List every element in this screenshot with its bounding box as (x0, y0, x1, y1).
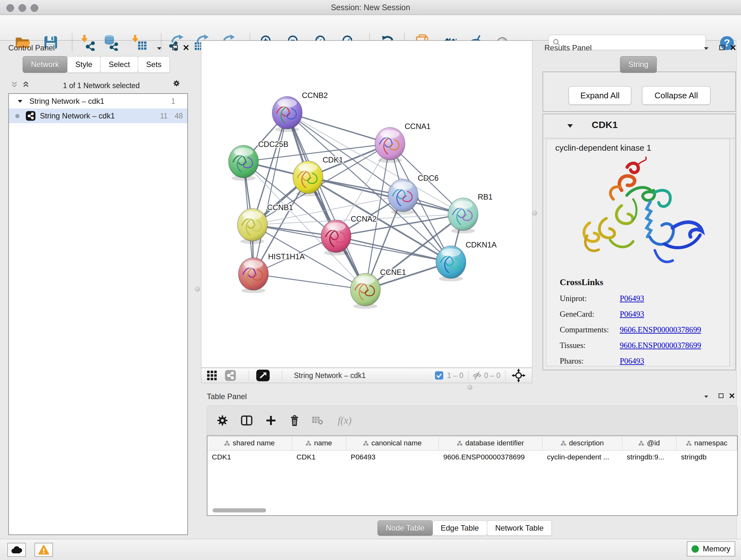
results-panel-float-icon[interactable] (718, 44, 725, 51)
column-header-shared-name[interactable]: shared name (207, 436, 292, 450)
control-panel-close-icon[interactable] (183, 44, 190, 51)
tab-select[interactable]: Select (100, 56, 138, 73)
table-cell[interactable]: P06493 (346, 450, 439, 464)
network-view-statusbar: String Network – cdk1 1 – 0 0 – 0 (201, 368, 532, 383)
table-horizontal-scrollbar[interactable] (212, 508, 266, 512)
column-header-name[interactable]: name (292, 436, 346, 450)
table-cell[interactable]: stringdb (677, 450, 737, 464)
share-view-icon[interactable] (225, 368, 236, 383)
function-builder-icon[interactable]: f(x) (333, 414, 356, 427)
network-node-CCNB1[interactable] (238, 208, 267, 244)
crosslink-link[interactable]: 9606.ENSP00000378699 (620, 341, 701, 350)
table-cell[interactable]: 9606.ENSP00000378699 (439, 450, 542, 464)
node-table[interactable]: shared namenamecanonical namedatabase id… (207, 435, 738, 516)
network-edge-CCNB2-CCNE1[interactable] (287, 113, 365, 290)
crosslink-link[interactable]: P06493 (620, 310, 644, 319)
tab-sets[interactable]: Sets (138, 56, 170, 73)
expand-all-button[interactable]: Expand All (569, 86, 631, 105)
network-row-selected[interactable]: String Network – cdk1 11 48 (9, 109, 187, 123)
table-cell[interactable]: stringdb:9... (622, 450, 677, 464)
network-edge-CCNA2-CDKN1A[interactable] (336, 236, 451, 262)
network-node-label: CCNA1 (405, 122, 430, 131)
network-node-HIST1H1A[interactable] (239, 258, 268, 293)
column-header-description[interactable]: description (542, 436, 622, 450)
results-scrollbar[interactable] (730, 139, 734, 366)
network-edge-HIST1H1A-CCNE1[interactable] (253, 274, 365, 290)
tab-node-table[interactable]: Node Table (378, 520, 433, 536)
expand-all-icon[interactable] (22, 81, 29, 88)
import-network-database-icon[interactable] (102, 34, 120, 51)
network-node-CDKN1A[interactable] (436, 246, 466, 281)
table-cell[interactable]: CDK1 (207, 450, 292, 464)
tab-network-table[interactable]: Network Table (487, 520, 552, 536)
pan-crosshair-icon[interactable] (512, 368, 526, 383)
node-table-header: shared namenamecanonical namedatabase id… (207, 436, 737, 450)
right-splitter-handle[interactable] (532, 211, 537, 215)
crosslinks-block: CrossLinks Uniprot:P06493GeneCard:P06493… (560, 277, 701, 366)
column-header-database-identifier[interactable]: database identifier (439, 436, 542, 450)
network-edge-CCNB2-CCNA1[interactable] (287, 113, 390, 144)
crosslink-label: Pharos: (560, 357, 620, 366)
results-panel-menu-icon[interactable] (703, 45, 710, 52)
memory-status-dot (691, 545, 699, 553)
table-cell[interactable]: CDK1 (292, 450, 346, 464)
network-collection-row[interactable]: String Network – cdk1 1 (9, 94, 187, 109)
crosslink-link[interactable]: P06493 (620, 357, 644, 366)
collapse-all-button[interactable]: Collapse All (642, 86, 711, 105)
left-splitter-handle[interactable] (195, 287, 200, 292)
memory-button[interactable]: Memory (687, 541, 735, 557)
network-graph[interactable]: CCNB2CCNA1CDC25BCDK1CDC6RB1CCNB1CCNA2CDK… (201, 41, 532, 368)
tree-expander-icon[interactable] (18, 100, 22, 103)
crosslink-link[interactable]: P06493 (620, 294, 644, 303)
network-node-CCNE1[interactable] (350, 273, 381, 309)
network-options-gear-icon[interactable] (173, 80, 180, 87)
crosslink-link[interactable]: 9606.ENSP00000378699 (620, 325, 701, 334)
delete-table-icon[interactable] (311, 414, 324, 427)
hidden-eye-icon[interactable] (472, 368, 482, 383)
tab-style[interactable]: Style (67, 56, 100, 73)
gene-description: cyclin-dependent kinase 1 (555, 143, 651, 153)
network-canvas[interactable]: CCNB2CCNA1CDC25BCDK1CDC6RB1CCNB1CCNA2CDK… (201, 41, 532, 368)
control-panel-menu-icon[interactable] (156, 45, 163, 52)
selected-checkbox-icon[interactable] (435, 368, 443, 383)
tab-edge-table[interactable]: Edge Table (432, 520, 487, 536)
tab-network[interactable]: Network (23, 56, 67, 73)
grid-view-icon[interactable] (207, 368, 217, 383)
section-expander-icon[interactable] (567, 124, 573, 128)
bottom-splitter-handle[interactable] (468, 385, 472, 390)
network-collection-count: 1 (171, 97, 175, 106)
network-node-label: CDKN1A (466, 240, 496, 249)
network-node-CCNB2[interactable] (272, 97, 302, 132)
collapse-all-icon[interactable] (11, 81, 18, 88)
birdseye-view-icon[interactable] (256, 368, 270, 383)
add-row-icon[interactable] (265, 414, 277, 427)
column-header-canonical-name[interactable]: canonical name (346, 436, 439, 450)
add-column-icon[interactable] (240, 414, 253, 427)
network-node-CCNA2[interactable] (321, 220, 351, 255)
warning-button[interactable] (35, 543, 53, 557)
warning-icon (38, 545, 49, 555)
table-panel-title: Table Panel (207, 392, 247, 401)
table-settings-gear-icon[interactable] (216, 414, 229, 427)
table-panel-close-icon[interactable] (728, 392, 735, 399)
import-network-file-icon[interactable] (79, 34, 97, 51)
network-node-RB1[interactable] (448, 198, 478, 233)
network-node-CCNA1[interactable] (375, 127, 405, 163)
table-cell[interactable]: cyclin-dependent ... (542, 450, 622, 464)
control-panel-title: Control Panel (8, 44, 55, 52)
column-header--id[interactable]: @id (622, 436, 677, 450)
network-node-CDC25B[interactable] (228, 145, 259, 181)
tab-string[interactable]: String (620, 56, 657, 73)
memory-label: Memory (703, 544, 731, 553)
gene-section-header[interactable]: CDK1 (543, 114, 735, 138)
import-table-icon[interactable] (130, 34, 148, 51)
delete-row-icon[interactable] (288, 414, 301, 427)
column-header-namespac[interactable]: namespac (677, 436, 737, 450)
table-panel-menu-icon[interactable] (703, 393, 710, 400)
control-panel-float-icon[interactable] (172, 44, 179, 51)
results-panel-close-icon[interactable] (730, 44, 737, 51)
table-row[interactable]: CDK1CDK1P064939606.ENSP00000378699cyclin… (207, 450, 737, 464)
cloud-button[interactable] (7, 543, 26, 557)
table-panel-float-icon[interactable] (718, 392, 724, 399)
gene-symbol: CDK1 (592, 119, 618, 130)
